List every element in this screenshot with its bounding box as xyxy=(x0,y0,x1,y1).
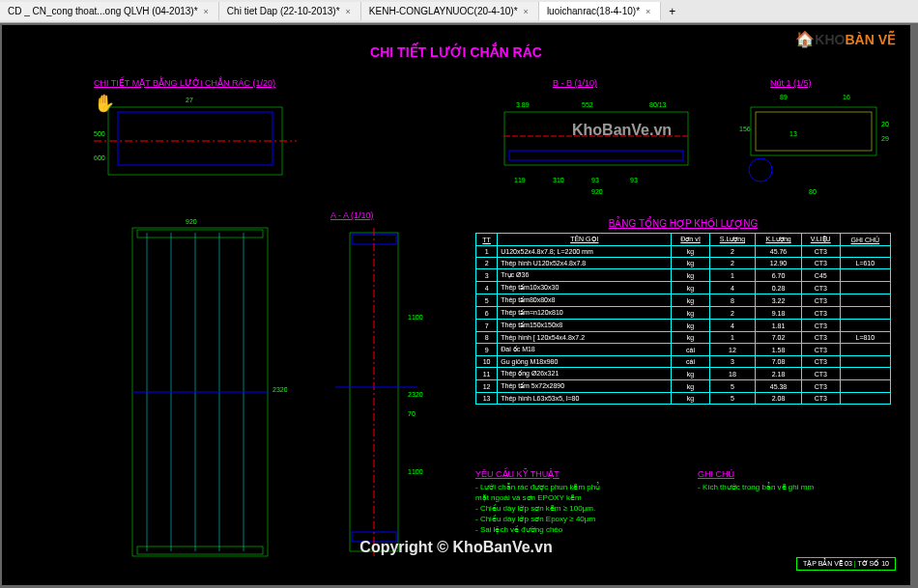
svg-text:93: 93 xyxy=(591,177,599,183)
table-header-row: TT TÊN GỌI Đơn vị S.Lượng K.Lượng V.LIỆU… xyxy=(476,234,891,246)
quantity-table: TT TÊN GỌI Đơn vị S.Lượng K.Lượng V.LIỆU… xyxy=(475,233,891,405)
svg-rect-1 xyxy=(118,112,273,165)
tab-item-4[interactable]: luoichanrac(18-4-10)* × xyxy=(539,2,661,20)
table-row: 1U120x52x4.8x7.8; L=2200 mmkg245.76CT3 xyxy=(476,246,891,258)
svg-text:70: 70 xyxy=(408,410,416,417)
svg-rect-14 xyxy=(137,546,263,554)
sheet-info-block: TẬP BẢN VẼ 03 | TỜ SỐ 10 xyxy=(796,557,896,571)
svg-text:20: 20 xyxy=(881,121,889,127)
svg-text:29: 29 xyxy=(881,135,889,142)
new-tab-button[interactable]: + xyxy=(661,1,683,22)
svg-text:119: 119 xyxy=(514,177,526,183)
center-watermark: KhoBanVe.vn xyxy=(572,122,672,139)
close-icon[interactable]: × xyxy=(644,7,652,16)
svg-text:80: 80 xyxy=(809,188,817,195)
svg-text:93: 93 xyxy=(630,177,638,183)
note-line: - Lưới chắn rác được phun kẽm phủ xyxy=(475,483,600,491)
svg-rect-37 xyxy=(751,107,876,155)
svg-rect-13 xyxy=(137,230,263,238)
svg-text:89: 89 xyxy=(780,94,788,100)
ghichu-notes: GHI CHÚ - Kích thước trong bản vẽ ghi mm xyxy=(698,469,814,493)
svg-text:3.89: 3.89 xyxy=(516,101,530,108)
tab-item-3[interactable]: KENH-CONGLAYNUOC(20-4-10)* × xyxy=(361,2,539,20)
tab-bar: CD _ CN_cong thoat...ong QLVH (04-2013)*… xyxy=(0,0,918,23)
note-line: - Kích thước trong bản vẽ ghi mm xyxy=(698,483,814,491)
close-icon[interactable]: × xyxy=(202,7,211,16)
notes-title: YÊU CẦU KỸ THUẬT xyxy=(475,469,600,479)
quantity-table-box: BẢNG TỔNG HỢP KHỐI LƯỢNG TT TÊN GỌI Đơn … xyxy=(475,218,891,405)
note-line: mặt ngoài và sơn EPOXY kẽm xyxy=(475,493,600,502)
ghichu-title: GHI CHÚ xyxy=(698,469,814,479)
th-unit: Đơn vị xyxy=(672,234,709,246)
th-name: TÊN GỌI xyxy=(498,234,672,246)
nut-detail-drawing: 89 16 156 13 20 29 80 xyxy=(732,88,896,204)
table-row: 4Thép tấm10x30x30kg40.28CT3 xyxy=(476,282,891,294)
table-row: 12Thép tấm 5x72x2890kg545.38CT3 xyxy=(476,380,891,393)
table-row: 5Thép tấm80x80x8kg83.22CT3 xyxy=(476,294,891,307)
svg-text:27: 27 xyxy=(186,97,193,103)
table-row: 7Thép tấm150x150x8kg41.81CT3 xyxy=(476,320,891,332)
table-row: 2Thép hình U120x52x4.8x7.8kg212.90CT3L=6… xyxy=(476,258,891,269)
note-line: - Chiều dày lớp sơn Epoxy ≥ 40µm xyxy=(475,515,600,523)
logo-watermark: 🏠KHOBÀN VẼ xyxy=(795,30,896,48)
house-icon: 🏠 xyxy=(795,31,815,47)
svg-text:920: 920 xyxy=(186,218,197,225)
table-row: 6Thép tấm=n120x810kg29.18CT3 xyxy=(476,307,891,320)
note-line: - Sai lệch về đường chéo xyxy=(475,525,600,534)
drawing-title: CHI TIẾT LƯỚI CHẮN RÁC xyxy=(370,44,542,60)
svg-text:2320: 2320 xyxy=(273,386,287,393)
svg-text:500: 500 xyxy=(94,130,105,137)
table-row: 10Gu giông M18x980cái37.08CT3 xyxy=(476,356,891,368)
table-row: 3Trục Ø36kg16.70C45 xyxy=(476,269,891,282)
elevation-drawing: 920 2320 xyxy=(113,218,287,575)
svg-text:310: 310 xyxy=(553,177,564,183)
section-bb-title: B - B (1/10) xyxy=(553,78,597,88)
close-icon[interactable]: × xyxy=(344,7,353,16)
tab-label: Chi tiet Dap (22-10-2013)* xyxy=(227,6,340,16)
svg-text:2320: 2320 xyxy=(408,391,423,398)
copyright-watermark: Copyright © KhoBanVe.vn xyxy=(359,539,552,556)
tab-label: KENH-CONGLAYNUOC(20-4-10)* xyxy=(369,6,518,16)
section-nut-title: Nút 1 (1/5) xyxy=(770,78,812,88)
table-row: 9Đai ốc M18cái121.58CT3 xyxy=(476,344,891,356)
tab-item-2[interactable]: Chi tiet Dap (22-10-2013)* × xyxy=(219,2,361,20)
table-row: 13Thép hình L63x53x5, l=80kg52.08CT3 xyxy=(476,393,891,405)
th-qty: S.Lượng xyxy=(709,234,756,246)
svg-text:156: 156 xyxy=(739,126,751,132)
svg-text:13: 13 xyxy=(789,130,797,137)
svg-rect-38 xyxy=(756,112,872,151)
svg-text:1100: 1100 xyxy=(408,468,423,475)
svg-rect-27 xyxy=(509,151,683,160)
close-icon[interactable]: × xyxy=(522,7,531,16)
th-tt: TT xyxy=(476,234,498,246)
section-mb-title: CHI TIẾT MẶT BẰNG LƯỚI CHẮN RÁC (1/20) xyxy=(94,78,275,88)
section-bb-drawing: 3.89 552 80/13 119 310 93 93 920 xyxy=(475,88,717,204)
tech-requirements: YÊU CẦU KỸ THUẬT - Lưới chắn rác được ph… xyxy=(475,469,600,536)
th-material: V.LIỆU xyxy=(801,234,840,246)
tab-item-1[interactable]: CD _ CN_cong thoat...ong QLVH (04-2013)*… xyxy=(0,2,219,20)
tab-label: luoichanrac(18-4-10)* xyxy=(547,6,640,16)
section-aa-drawing: 1100 2320 1100 70 xyxy=(321,223,446,571)
svg-text:552: 552 xyxy=(582,101,593,108)
note-line: - Chiều dày lớp sơn kẽm ≥ 100µm. xyxy=(475,504,600,513)
th-weight: K.Lượng xyxy=(756,234,802,246)
table-title: BẢNG TỔNG HỢP KHỐI LƯỢNG xyxy=(475,218,891,229)
table-row: 8Thép hình [ 120x54x4.8x7.2kg17.02CT3L=8… xyxy=(476,332,891,344)
svg-text:80/13: 80/13 xyxy=(649,101,667,108)
svg-text:16: 16 xyxy=(843,94,850,100)
section-aa-title: A - A (1/10) xyxy=(330,210,374,220)
drawing-canvas[interactable]: 🏠KHOBÀN VẼ KhoBanVe.vn Copyright © KhoBa… xyxy=(2,25,910,585)
table-row: 11Thép ống Ø26x321kg182.18CT3 xyxy=(476,368,891,380)
svg-text:1100: 1100 xyxy=(408,314,423,321)
th-note: GHI CHÚ xyxy=(840,234,890,246)
svg-text:920: 920 xyxy=(591,188,603,195)
svg-point-39 xyxy=(749,158,772,182)
svg-text:600: 600 xyxy=(94,154,105,161)
tab-label: CD _ CN_cong thoat...ong QLVH (04-2013)* xyxy=(8,6,198,16)
plan-drawing: 27 500 600 xyxy=(89,88,301,204)
